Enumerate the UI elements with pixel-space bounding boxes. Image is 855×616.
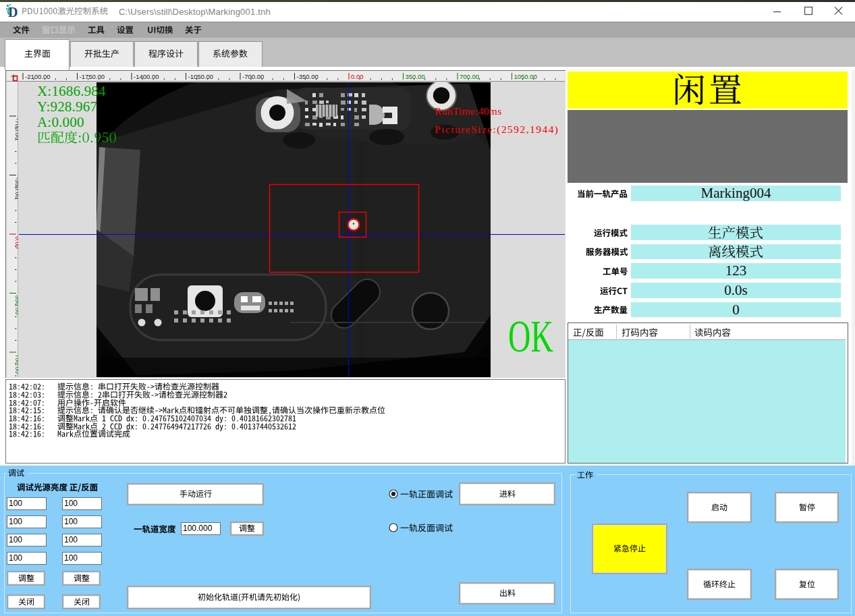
svg-text:-350.00: -350.00	[14, 177, 18, 199]
svg-text:-1400.00: -1400.00	[134, 73, 159, 80]
svg-text:0.00: 0.00	[14, 236, 18, 249]
svg-text:D: D	[8, 5, 18, 19]
svg-text:700.00: 700.00	[460, 73, 479, 80]
svg-text:-1750.00: -1750.00	[80, 73, 105, 80]
svg-text:-700.00: -700.00	[242, 73, 264, 80]
svg-text:-1050.00: -1050.00	[188, 73, 214, 80]
svg-text:-2100.00: -2100.00	[25, 73, 51, 80]
svg-text:350.00: 350.00	[406, 73, 425, 80]
svg-text:-700.00: -700.00	[14, 118, 18, 140]
svg-text:0.00: 0.00	[351, 73, 364, 80]
svg-text:-350.00: -350.00	[297, 73, 319, 80]
